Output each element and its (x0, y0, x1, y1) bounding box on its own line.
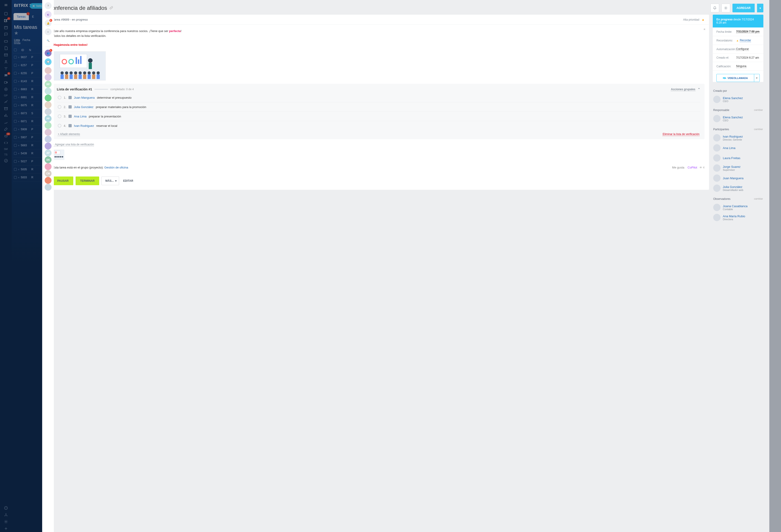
change-responsible[interactable]: cambiar (754, 108, 763, 112)
video-call-dropdown[interactable]: ▾ (754, 74, 759, 82)
pause-button[interactable]: PAUSAR (53, 177, 73, 185)
rail-lines-icon[interactable]: ≡ (45, 29, 51, 35)
chat-avatar[interactable] (45, 143, 51, 149)
chat-avatar[interactable]: PP (45, 115, 51, 122)
like-button[interactable]: Me gusta (672, 166, 684, 169)
avatar (713, 96, 721, 103)
svg-point-35 (92, 72, 95, 75)
svg-point-49 (54, 156, 56, 158)
add-checklist-item[interactable]: + Añadir elemento (58, 133, 80, 136)
person[interactable]: Jorge SuarezSupervisor (713, 163, 764, 173)
rating-value[interactable]: Ninguna (736, 64, 746, 68)
task-slogan: ¡Hagámosla entre todos! (53, 43, 87, 46)
created-value: 7/17/2024 6:27 am (736, 56, 759, 59)
edit-button[interactable]: EDITAR (121, 177, 135, 185)
checklist-item[interactable]: 3.Ana Lima preparar la presentación (57, 112, 700, 121)
rail-people-icon[interactable]: 👥1 (45, 50, 51, 56)
chat-avatar[interactable] (45, 108, 51, 115)
responsible-person[interactable]: Elena SanchezCEO (713, 114, 764, 124)
project-link[interactable]: Gestión de oficina (104, 166, 128, 169)
chat-avatar[interactable] (45, 101, 51, 108)
avatar (713, 184, 721, 192)
checkbox-icon[interactable] (58, 105, 61, 109)
permalink-icon[interactable] (110, 6, 113, 10)
person[interactable]: Ana Lima (713, 143, 764, 153)
person[interactable]: Julia GonzálezDesarrollador web (713, 183, 764, 193)
chat-avatar[interactable] (45, 136, 51, 143)
avatar (713, 134, 721, 141)
add-checklist[interactable]: + Agregar una lista de verificación (53, 143, 94, 146)
chat-avatar[interactable]: CM (45, 170, 51, 177)
terminate-button[interactable]: TERMINAR (76, 177, 99, 185)
delete-checklist[interactable]: Eliminar la lista de verificación (663, 133, 699, 136)
svg-point-36 (97, 72, 100, 75)
copilot-rail-icon[interactable]: ◐ (45, 11, 51, 18)
checklist-progress (94, 89, 108, 90)
chat-avatar[interactable]: DS (45, 157, 51, 163)
avatar (713, 174, 721, 182)
person[interactable]: Joana CasablancaContable (713, 203, 764, 213)
settings-button[interactable] (722, 4, 730, 12)
add-dropdown[interactable]: ▾ (757, 4, 764, 12)
checkbox-icon[interactable] (58, 115, 61, 118)
rail-bell-icon[interactable]: 🔔5 (45, 20, 51, 27)
deadline-value[interactable]: 7/31/2024 7:00 pm (736, 30, 759, 34)
person[interactable]: Ana María RubioDirectora (713, 213, 764, 222)
svg-point-33 (83, 72, 86, 75)
checkbox-icon[interactable] (58, 124, 61, 128)
chat-avatar[interactable] (45, 163, 51, 170)
chat-avatar[interactable] (45, 94, 51, 101)
collapse-checklist-icon[interactable]: ⌃ (698, 87, 700, 91)
svg-point-29 (65, 72, 68, 75)
video-call-button[interactable]: ■▶VIDEOLLAMADA (716, 74, 754, 82)
attachment-thumb[interactable] (53, 150, 64, 160)
svg-rect-37 (60, 75, 64, 79)
chat-avatar[interactable] (45, 177, 51, 184)
automation-link[interactable]: Configurar (736, 47, 749, 51)
svg-point-26 (88, 58, 92, 63)
chat-avatar[interactable] (45, 184, 51, 191)
help-icon[interactable]: ? (45, 2, 51, 9)
notifications-button[interactable] (710, 4, 719, 12)
group-actions-link[interactable]: Acciones grupales (671, 88, 695, 91)
svg-point-31 (74, 72, 77, 75)
change-participants[interactable]: cambiar (754, 128, 763, 131)
svg-point-32 (79, 72, 82, 75)
right-chat-rail: ? ◐ 🔔5 ≡ 🔍 👥1 💬 RPPPAPDSCM (42, 0, 54, 532)
add-button[interactable]: AGREGAR (733, 4, 755, 12)
creator-person[interactable]: Elena SanchezCEO (713, 94, 764, 104)
person[interactable]: Laura Freitas (713, 153, 764, 163)
chat-avatar[interactable] (45, 129, 51, 136)
avatar (713, 115, 721, 122)
copilot-button[interactable]: CoPilot (688, 166, 697, 169)
attachment-image[interactable] (53, 51, 106, 81)
svg-point-34 (87, 72, 91, 75)
chat-avatar[interactable] (45, 122, 51, 129)
person[interactable]: Ivan RodriguezDirector, Gerente (713, 133, 764, 143)
checklist-item[interactable]: 2.Julia González preparar materiales par… (57, 102, 700, 112)
checkbox-icon[interactable] (58, 96, 61, 99)
status-banner: En progreso desde 7/17/2024 6:28 am (713, 15, 764, 28)
task-id-status: Tarea #9689 - en progreso (53, 18, 88, 21)
chat-avatar[interactable] (45, 74, 51, 81)
chat-avatar[interactable] (45, 88, 51, 94)
reminder-warn-icon: ▲ (736, 39, 739, 42)
checklist-title: Lista de verificación #1 (57, 87, 92, 91)
views-count: 👁 4 (699, 166, 704, 169)
svg-rect-38 (70, 75, 73, 79)
rail-search-icon[interactable]: 🔍 (45, 37, 51, 44)
svg-rect-45 (92, 75, 95, 79)
svg-point-50 (56, 156, 58, 158)
chat-avatar[interactable] (45, 67, 51, 74)
reminder-link[interactable]: Recordar (740, 39, 751, 42)
person[interactable]: Juan Manguera (713, 173, 764, 183)
chat-avatar[interactable]: AP (45, 149, 51, 157)
favorite-star-icon[interactable]: ★ (703, 27, 706, 32)
svg-rect-23 (76, 57, 77, 64)
checklist-item[interactable]: 1.Juan Manguera determinar el presupuest… (57, 93, 700, 102)
rail-chat-bubble-icon[interactable]: 💬 (45, 58, 51, 65)
chat-avatar[interactable]: RP (45, 81, 51, 88)
more-button[interactable]: MÁS... ▾ (101, 177, 119, 185)
change-observers[interactable]: cambiar (754, 197, 763, 201)
checklist-item[interactable]: 4.Ivan Rodriguez reservar el local (57, 121, 700, 130)
